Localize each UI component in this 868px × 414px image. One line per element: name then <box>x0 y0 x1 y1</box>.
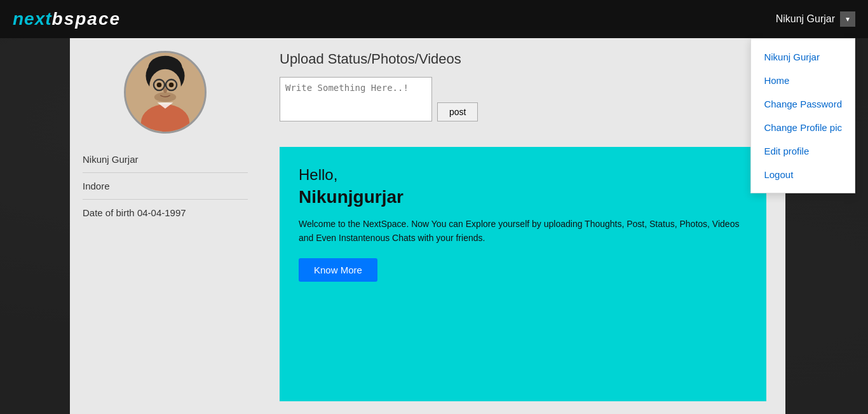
svg-point-8 <box>169 83 174 88</box>
navbar: nextbspace Nikunj Gurjar ▾ <box>0 0 868 38</box>
profile-name-item: Nikunj Gurjar <box>83 146 248 173</box>
upload-section: Upload Status/Photos/Videos post <box>280 51 766 121</box>
svg-point-9 <box>163 88 167 93</box>
nav-dropdown-toggle[interactable]: ▾ <box>840 11 855 27</box>
nav-user-section[interactable]: Nikunj Gurjar ▾ <box>776 11 855 27</box>
dropdown-item-logout[interactable]: Logout <box>751 163 855 186</box>
profile-dob: Date of birth 04-04-1997 <box>83 207 186 218</box>
profile-section: Nikunj Gurjar Indore Date of birth 04-04… <box>70 38 261 414</box>
welcome-banner: Hello, Nikunjgurjar Welcome to the NextS… <box>280 147 766 401</box>
know-more-button[interactable]: Know More <box>299 258 377 282</box>
avatar <box>124 51 207 134</box>
svg-point-10 <box>154 92 176 102</box>
avatar-image <box>126 51 205 134</box>
avatar-container <box>83 51 248 134</box>
logo-space: bspace <box>52 9 121 29</box>
post-row: post <box>280 77 766 121</box>
welcome-hello: Hello, <box>299 166 747 184</box>
welcome-username: Nikunjgurjar <box>299 187 747 207</box>
logo: nextbspace <box>13 9 121 29</box>
profile-info: Nikunj Gurjar Indore Date of birth 04-04… <box>83 146 248 226</box>
upload-title: Upload Status/Photos/Videos <box>280 51 766 67</box>
main-content: Nikunj Gurjar Indore Date of birth 04-04… <box>0 38 868 414</box>
dropdown-item-change-password[interactable]: Change Password <box>751 92 855 116</box>
profile-location: Indore <box>83 181 110 191</box>
dropdown-item-edit-profile[interactable]: Edit profile <box>751 139 855 163</box>
svg-point-7 <box>157 83 162 88</box>
logo-next: next <box>13 9 52 29</box>
post-button[interactable]: post <box>437 102 478 121</box>
profile-name: Nikunj Gurjar <box>83 154 139 165</box>
left-sidebar <box>0 38 70 414</box>
dropdown-item-profile-name[interactable]: Nikunj Gurjar <box>751 45 855 69</box>
post-textarea[interactable] <box>280 77 432 121</box>
center-content: Upload Status/Photos/Videos post Hello, … <box>261 38 785 414</box>
welcome-text: Welcome to the NextSpace. Now You can Ex… <box>299 217 747 245</box>
dropdown-item-change-profile-pic[interactable]: Change Profile pic <box>751 116 855 139</box>
profile-location-item: Indore <box>83 173 248 200</box>
dropdown-item-home[interactable]: Home <box>751 69 855 92</box>
dropdown-menu: Nikunj Gurjar Home Change Password Chang… <box>750 38 855 193</box>
nav-username: Nikunj Gurjar <box>776 13 835 25</box>
profile-dob-item: Date of birth 04-04-1997 <box>83 200 248 226</box>
